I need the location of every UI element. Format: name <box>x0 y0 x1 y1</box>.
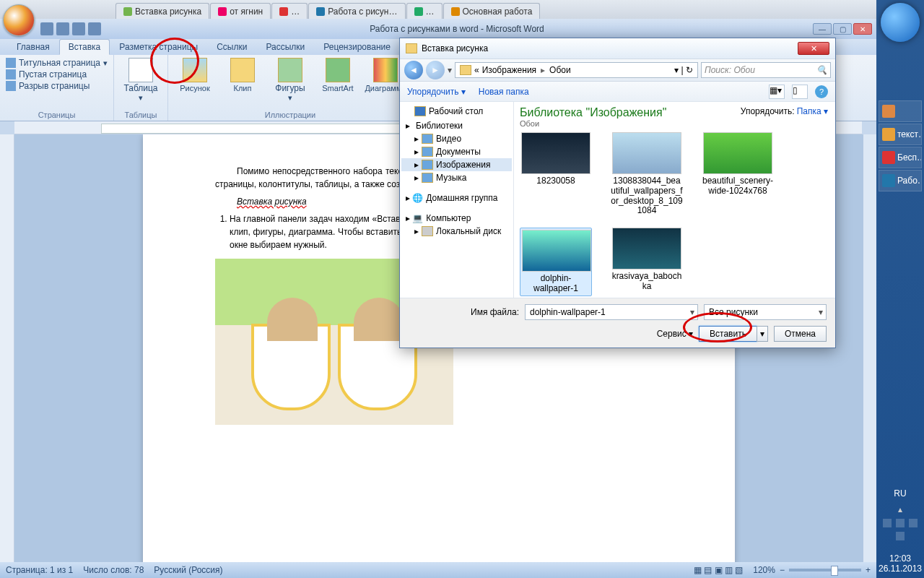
breadcrumb[interactable]: « Изображения Обои ▾ | ↻ <box>455 62 698 78</box>
dialog-toolbar: Упорядочить ▾ Новая папка ▦▾ ▯ ? <box>400 82 835 102</box>
tree-music[interactable]: ▸Музыка <box>401 171 512 184</box>
system-tray[interactable]: RU ▴ 12:03 26.11.2013 <box>876 484 924 578</box>
ribbon-tab-layout[interactable]: Разметка страницы <box>110 39 207 55</box>
smartart-button[interactable]: SmartArt <box>317 58 359 92</box>
group-label: Страницы <box>6 109 108 119</box>
taskbar-item[interactable]: Рабо… <box>879 170 922 191</box>
file-thumb[interactable]: 1308838044_beautiful_wallpapers_for_desk… <box>611 132 683 216</box>
ribbon-tab-refs[interactable]: Ссылки <box>207 39 256 55</box>
browser-tab[interactable]: Работа с рисун… <box>308 3 405 19</box>
browser-tab[interactable]: … <box>406 3 443 19</box>
tree-videos[interactable]: ▸Видео <box>401 132 512 145</box>
arrange-label: Упорядочить: <box>741 106 795 116</box>
shapes-button[interactable]: Фигуры▾ <box>269 58 311 102</box>
window-title: Работа с рисунками в word - Microsoft Wo… <box>101 24 813 34</box>
tree-homegroup[interactable]: ▸ 🌐 Домашняя группа <box>401 190 512 204</box>
save-icon[interactable] <box>40 22 53 35</box>
tray-icon[interactable] <box>909 519 918 527</box>
help-icon[interactable]: ? <box>815 85 828 98</box>
status-words[interactable]: Число слов: 78 <box>83 565 144 575</box>
undo-icon[interactable] <box>56 22 69 35</box>
view-mode-button[interactable]: ▦▾ <box>769 85 785 99</box>
minimize-button[interactable]: — <box>813 23 832 35</box>
windows-taskbar: текст… Бесп… Рабо… RU ▴ 12:03 26.11.2013 <box>876 0 924 578</box>
group-label: Иллюстрации <box>174 109 406 119</box>
preview-pane-button[interactable]: ▯ <box>792 85 808 99</box>
ribbon-tab-review[interactable]: Рецензирование <box>314 39 400 55</box>
close-button[interactable]: ✕ <box>853 23 872 35</box>
start-button[interactable] <box>881 3 920 42</box>
search-icon: 🔍 <box>816 65 827 75</box>
tree-localdisk[interactable]: ▸Локальный диск <box>401 225 512 238</box>
search-input[interactable]: Поиск: Обои 🔍 <box>701 62 831 78</box>
redo-icon[interactable] <box>72 22 85 35</box>
ribbon-group-illustrations: Рисунок Клип Фигуры▾ SmartArt Диаграмма … <box>168 55 413 121</box>
status-lang[interactable]: Русский (Россия) <box>154 565 222 575</box>
cover-page-button[interactable]: Титульная страница ▾ <box>6 58 108 68</box>
table-button[interactable]: Таблица▾ <box>120 58 162 102</box>
page-break-button[interactable]: Разрыв страницы <box>6 81 108 91</box>
view-buttons[interactable]: ▦ ▤ ▣ ▥ ▧ <box>694 565 743 575</box>
breadcrumb-item[interactable]: Обои <box>549 65 571 75</box>
filetype-dropdown[interactable]: Все рисунки <box>704 304 827 320</box>
tree-pictures[interactable]: ▸Изображения <box>401 158 512 171</box>
tree-computer[interactable]: ▸ 💻 Компьютер <box>401 210 512 225</box>
file-thumb-selected[interactable]: dolphin-wallpaper-1 <box>520 228 592 296</box>
status-page[interactable]: Страница: 1 из 1 <box>6 565 73 575</box>
filename-input[interactable]: dolphin-wallpaper-1 <box>525 304 698 320</box>
new-folder-button[interactable]: Новая папка <box>479 87 529 97</box>
quick-access-toolbar <box>40 22 101 35</box>
clipart-button[interactable]: Клип <box>222 58 263 92</box>
service-dropdown[interactable]: Сервис ▾ <box>657 329 693 339</box>
zoom-control[interactable]: 120% −+ <box>753 565 871 575</box>
browser-tab[interactable]: Вставка рисунка <box>116 3 209 19</box>
taskbar-item[interactable]: текст… <box>879 124 922 145</box>
file-thumb[interactable]: krasivaya_babochka <box>611 228 683 296</box>
insert-picture-dialog: Вставка рисунка ✕ ◄ ► ▾ « Изображения Об… <box>399 38 836 348</box>
tray-icon[interactable] <box>896 532 905 540</box>
group-label: Таблицы <box>120 109 162 119</box>
blank-page-button[interactable]: Пустая страница <box>6 69 108 79</box>
taskbar-item[interactable]: Бесп… <box>879 147 922 168</box>
vertical-scrollbar[interactable] <box>863 134 876 562</box>
ribbon-tab-insert[interactable]: Вставка <box>59 39 110 55</box>
cancel-button[interactable]: Отмена <box>774 326 827 342</box>
file-list: Библиотека "Изображения" Обои Упорядочит… <box>514 102 835 298</box>
filename-label: Имя файла: <box>471 307 519 317</box>
ribbon-tab-home[interactable]: Главная <box>7 39 59 55</box>
tree-desktop[interactable]: Рабочий стол <box>401 105 512 118</box>
navigation-tree[interactable]: Рабочий стол ▸ Библиотеки ▸Видео ▸Докуме… <box>400 102 514 298</box>
vertical-ruler[interactable] <box>0 134 14 562</box>
clock-date[interactable]: 26.11.2013 <box>876 564 924 574</box>
browser-tabstrip: Вставка рисунка от ягнин … Работа с рису… <box>0 0 876 19</box>
language-indicator[interactable]: RU <box>876 488 924 499</box>
insert-button[interactable]: Вставить <box>699 326 757 342</box>
taskbar-item[interactable] <box>879 100 922 122</box>
organize-button[interactable]: Упорядочить ▾ <box>407 87 466 97</box>
tree-libraries[interactable]: ▸ Библиотеки <box>401 118 512 132</box>
folder-icon <box>460 65 471 75</box>
doc-subheading: Вставка рисунка <box>237 197 307 207</box>
browser-tab[interactable]: Основная работа <box>443 3 541 19</box>
browser-tab[interactable]: от ягнин <box>210 3 271 19</box>
insert-split-arrow[interactable]: ▾ <box>757 326 768 342</box>
tray-icon[interactable] <box>896 519 905 527</box>
tree-documents[interactable]: ▸Документы <box>401 145 512 158</box>
picture-button[interactable]: Рисунок <box>174 58 216 92</box>
library-subtitle: Обои <box>520 119 829 128</box>
arrange-dropdown[interactable]: Папка ▾ <box>797 106 828 116</box>
dialog-titlebar[interactable]: Вставка рисунка ✕ <box>400 38 835 59</box>
browser-tab[interactable]: … <box>271 3 308 19</box>
ribbon-tab-mail[interactable]: Рассылки <box>256 39 314 55</box>
maximize-button[interactable]: ▢ <box>833 23 852 35</box>
spellcheck-icon[interactable] <box>88 22 101 35</box>
forward-button[interactable]: ► <box>426 61 445 79</box>
file-thumb[interactable]: beautiful_scenery-wide-1024x768 <box>702 132 774 216</box>
breadcrumb-item[interactable]: Изображения <box>482 65 536 75</box>
clock-time[interactable]: 12:03 <box>876 553 924 564</box>
tray-icon[interactable] <box>883 519 892 527</box>
file-thumb[interactable]: 18230058 <box>520 132 592 216</box>
back-button[interactable]: ◄ <box>404 61 423 79</box>
dialog-close-button[interactable]: ✕ <box>798 42 829 55</box>
office-button[interactable] <box>3 4 35 36</box>
